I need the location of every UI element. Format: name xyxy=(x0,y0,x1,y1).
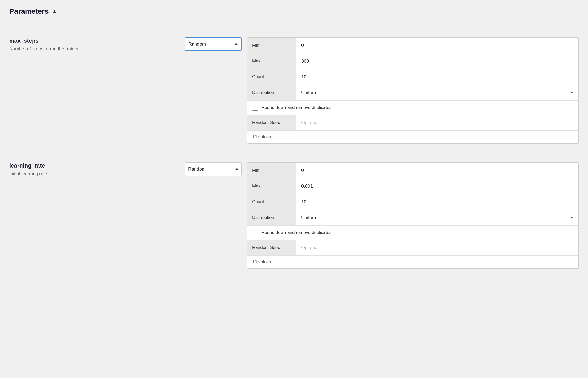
parameters-content: max_steps Number of steps to run the tra… xyxy=(0,21,588,288)
min-label-learning-rate: Min xyxy=(247,163,296,178)
param-controls-max-steps: Random Fixed Choice Min Max xyxy=(185,37,579,144)
min-input-max-steps[interactable] xyxy=(296,38,578,53)
max-row-learning-rate: Max xyxy=(247,178,578,194)
min-row-max-steps: Min xyxy=(247,38,578,53)
count-label-learning-rate: Count xyxy=(247,194,296,210)
seed-label-max-steps: Random Seed xyxy=(247,115,296,130)
round-down-label-max-steps: Round down and remove duplicates xyxy=(261,105,331,110)
distribution-row-learning-rate: Distribution Uniform Normal Log Uniform xyxy=(247,210,578,226)
seed-input-learning-rate[interactable] xyxy=(296,240,578,255)
param-controls-learning-rate: Random Fixed Choice Min Max xyxy=(185,162,579,269)
round-down-checkbox-max-steps[interactable] xyxy=(252,105,258,111)
param-block-max-steps: max_steps Number of steps to run the tra… xyxy=(9,31,579,153)
param-name-max-steps: max_steps xyxy=(9,37,177,44)
max-row-max-steps: Max xyxy=(247,53,578,69)
round-down-row-max-steps: Round down and remove duplicates xyxy=(247,101,578,115)
type-select-wrap-learning-rate: Random Fixed Choice xyxy=(185,162,242,176)
seed-row-learning-rate: Random Seed xyxy=(247,240,578,256)
seed-input-max-steps[interactable] xyxy=(296,115,578,130)
distribution-label-max-steps: Distribution xyxy=(247,85,296,100)
max-input-max-steps[interactable] xyxy=(296,53,578,69)
min-label-max-steps: Min xyxy=(247,38,296,53)
max-label-max-steps: Max xyxy=(247,53,296,69)
max-input-learning-rate[interactable] xyxy=(296,178,578,194)
values-count-max-steps: 10 values xyxy=(247,131,578,143)
page-title: Parameters ▲ xyxy=(9,7,57,15)
header: Parameters ▲ xyxy=(0,0,588,21)
round-down-checkbox-learning-rate[interactable] xyxy=(252,230,258,235)
param-name-learning-rate: learning_rate xyxy=(9,162,177,169)
round-down-row-learning-rate: Round down and remove duplicates xyxy=(247,226,578,240)
min-input-learning-rate[interactable] xyxy=(296,163,578,178)
min-row-learning-rate: Min xyxy=(247,163,578,178)
collapse-arrow[interactable]: ▲ xyxy=(52,8,58,15)
page: Parameters ▲ max_steps Number of steps t… xyxy=(0,0,588,378)
seed-row-max-steps: Random Seed xyxy=(247,115,578,131)
count-row-learning-rate: Count xyxy=(247,194,578,210)
random-fields-max-steps: Min Max Count Distribution xyxy=(247,37,579,144)
count-input-learning-rate[interactable] xyxy=(296,194,578,210)
parameters-label: Parameters xyxy=(9,7,49,15)
max-label-learning-rate: Max xyxy=(247,178,296,194)
distribution-select-max-steps[interactable]: Uniform Normal Log Uniform xyxy=(296,85,578,100)
seed-label-learning-rate: Random Seed xyxy=(247,240,296,255)
type-select-learning-rate[interactable]: Random Fixed Choice xyxy=(185,162,242,176)
param-info-learning-rate: learning_rate Initial learning rate xyxy=(9,162,185,177)
round-down-label-learning-rate: Round down and remove duplicates xyxy=(261,230,331,235)
distribution-row-max-steps: Distribution Uniform Normal Log Uniform xyxy=(247,85,578,101)
param-desc-max-steps: Number of steps to run the trainer xyxy=(9,46,177,52)
values-count-learning-rate: 10 values xyxy=(247,256,578,268)
distribution-label-learning-rate: Distribution xyxy=(247,210,296,225)
param-desc-learning-rate: Initial learning rate xyxy=(9,171,177,177)
param-block-learning-rate: learning_rate Initial learning rate Rand… xyxy=(9,153,579,278)
distribution-select-learning-rate[interactable]: Uniform Normal Log Uniform xyxy=(296,210,578,225)
random-fields-learning-rate: Min Max Count Distribution xyxy=(247,162,579,269)
param-info-max-steps: max_steps Number of steps to run the tra… xyxy=(9,37,185,52)
count-row-max-steps: Count xyxy=(247,69,578,85)
count-label-max-steps: Count xyxy=(247,69,296,85)
count-input-max-steps[interactable] xyxy=(296,69,578,85)
type-select-wrap-max-steps: Random Fixed Choice xyxy=(185,37,242,51)
type-select-max-steps[interactable]: Random Fixed Choice xyxy=(185,37,242,51)
